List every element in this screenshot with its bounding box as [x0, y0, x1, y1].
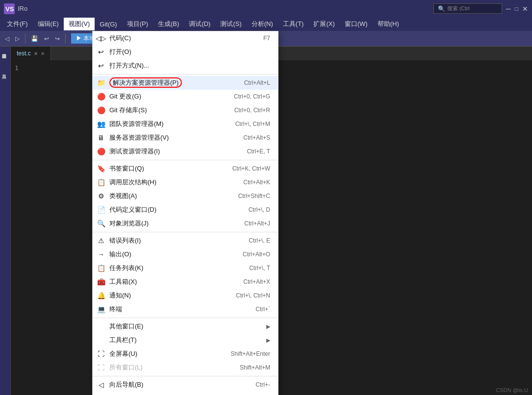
- toolbar-sep-1: [25, 34, 25, 44]
- window-maximize[interactable]: □: [515, 5, 518, 12]
- menu-item-label-2-4: 对象浏览器(J): [109, 219, 240, 228]
- dropdown-item-4-1[interactable]: 工具栏(T)▶: [93, 333, 278, 347]
- menu-item-shortcut-1-4: Ctrl+Alt+S: [243, 134, 270, 141]
- dropdown-item-1-4[interactable]: 🖥服务器资源管理器(V)Ctrl+Alt+S: [93, 131, 278, 145]
- dropdown-item-0-0[interactable]: ◁▷代码(C)F7: [93, 31, 278, 45]
- menu-item-label-0-2: 打开方式(N)...: [109, 61, 270, 70]
- toolbar-btn-redo[interactable]: ↪: [53, 34, 62, 43]
- menu-item-label-1-3: 团队资源管理器(M): [109, 120, 231, 128]
- menu-item-编辑E[interactable]: 编辑(E): [33, 18, 64, 30]
- toolbar-sep-2: [65, 34, 66, 44]
- dropdown-item-3-2[interactable]: 📋任务列表(K)Ctrl+\, T: [93, 261, 278, 275]
- menu-item-icon-3-4: 🔔: [97, 291, 105, 300]
- menu-item-icon-1-2: 🔴: [97, 106, 105, 115]
- menu-item-生成B[interactable]: 生成(B): [153, 18, 184, 30]
- dropdown-item-3-4[interactable]: 🔔通知(N)Ctrl+\, Ctrl+N: [93, 289, 278, 302]
- menu-item-icon-2-4: 🔍: [97, 219, 105, 228]
- tab-pin[interactable]: ✕: [41, 51, 45, 56]
- dropdown-item-2-0[interactable]: 🔖书签窗口(Q)Ctrl+K, Ctrl+W: [93, 162, 278, 175]
- menu-item-帮助H[interactable]: 帮助(H): [373, 18, 404, 30]
- menu-item-视图V[interactable]: 视图(V): [64, 18, 95, 30]
- menu-item-label-3-0: 错误列表(I): [109, 236, 245, 245]
- window-close[interactable]: ✕: [522, 5, 528, 13]
- dropdown-item-1-2[interactable]: 🔴Git 存储库(S)Ctrl+0, Ctrl+R: [93, 103, 278, 117]
- menu-item-shortcut-3-1: Ctrl+Alt+O: [243, 251, 270, 258]
- tab-icon: ✕: [34, 51, 38, 56]
- menu-item-arrow-4-0: ▶: [266, 323, 270, 330]
- dropdown-sep-5: [93, 376, 278, 376]
- dropdown-item-0-2[interactable]: ↩打开方式(N)...: [93, 59, 278, 73]
- menu-item-label-1-1: Git 更改(G): [109, 92, 230, 101]
- dropdown-item-4-2[interactable]: ⛶全屏幕(U)Shift+Alt+Enter: [93, 347, 278, 361]
- dropdown-item-1-1[interactable]: 🔴Git 更改(G)Ctrl+0, Ctrl+G: [93, 90, 278, 103]
- svg-text:VS: VS: [5, 5, 14, 13]
- toolbar-btn-back[interactable]: ◁: [3, 34, 11, 43]
- menu-item-icon-1-0: 📁: [97, 78, 105, 87]
- dropdown-item-5-1[interactable]: ▷向前导航(E)Ctrl+Shift+-: [93, 392, 278, 395]
- menu-item-shortcut-1-1: Ctrl+0, Ctrl+G: [234, 93, 270, 100]
- menu-item-icon-3-5: 💻: [97, 305, 105, 314]
- editor-tab[interactable]: test.c ✕ ✕: [11, 47, 51, 60]
- dropdown-item-1-3[interactable]: 👥团队资源管理器(M)Ctrl+\, Ctrl+M: [93, 117, 278, 131]
- menu-item-shortcut-2-3: Ctrl+\, D: [249, 206, 270, 213]
- menu-item-label-3-4: 通知(N): [109, 291, 232, 300]
- search-box[interactable]: 🔍 搜索 (Ctrl: [433, 3, 502, 14]
- dropdown-item-3-3[interactable]: 🧰工具箱(X)Ctrl+Alt+X: [93, 275, 278, 289]
- menu-item-工具T[interactable]: 工具(T): [278, 18, 309, 30]
- menu-item-扩展X[interactable]: 扩展(X): [308, 18, 339, 30]
- dropdown-item-3-0[interactable]: ⚠错误列表(I)Ctrl+\, E: [93, 234, 278, 247]
- menu-item-调试D[interactable]: 调试(D): [184, 18, 215, 30]
- menu-item-label-4-2: 全屏幕(U): [109, 349, 227, 358]
- menu-item-shortcut-3-5: Ctrl+`: [255, 306, 270, 313]
- menu-item-icon-4-1: [97, 336, 105, 345]
- menu-item-文件F[interactable]: 文件(F): [2, 18, 33, 30]
- menu-item-icon-4-2: ⛶: [97, 349, 105, 358]
- sidebar-icon-server[interactable]: 服务器资源管理器: [1, 50, 10, 59]
- menu-item-label-3-1: 输出(O): [109, 250, 239, 259]
- dropdown-item-0-1[interactable]: ↩打开(O): [93, 45, 278, 59]
- menu-item-shortcut-5-0: Ctrl+-: [255, 381, 270, 388]
- dropdown-item-4-3: ⛶所有窗口(L)Shift+Alt+M: [93, 361, 278, 374]
- menu-item-icon-0-2: ↩: [97, 61, 105, 70]
- menu-item-icon-4-3: ⛶: [97, 363, 105, 372]
- title-bar: VS IRo 🔍 搜索 (Ctrl ─ □ ✕: [0, 0, 532, 17]
- menu-item-label-4-3: 所有窗口(L): [109, 363, 236, 372]
- dropdown-item-3-5[interactable]: 💻终端Ctrl+`: [93, 302, 278, 316]
- menu-item-测试S[interactable]: 测试(S): [215, 18, 246, 30]
- dropdown-item-2-2[interactable]: ⚙类视图(A)Ctrl+Shift+C: [93, 189, 278, 203]
- dropdown-item-1-0[interactable]: 📁解决方案资源管理器(P)Ctrl+Alt+L: [93, 76, 278, 90]
- dropdown-item-2-4[interactable]: 🔍对象浏览器(J)Ctrl+Alt+J: [93, 217, 278, 230]
- menu-item-icon-5-0: ◁: [97, 380, 105, 389]
- menu-item-项目P[interactable]: 项目(P): [122, 18, 153, 30]
- dropdown-item-3-1[interactable]: →输出(O)Ctrl+Alt+O: [93, 247, 278, 261]
- menu-item-icon-3-3: 🧰: [97, 277, 105, 286]
- menu-item-GitG[interactable]: Git(G): [95, 19, 122, 30]
- menu-item-窗口W[interactable]: 窗口(W): [340, 18, 373, 30]
- menu-item-label-2-0: 书签窗口(Q): [109, 164, 228, 173]
- menu-item-shortcut-0-0: F7: [263, 35, 270, 42]
- toolbar-btn-forward[interactable]: ▷: [13, 34, 22, 43]
- menu-item-arrow-4-1: ▶: [266, 337, 270, 344]
- title-bar-text: IRo: [18, 5, 27, 12]
- window-minimize[interactable]: ─: [506, 5, 511, 13]
- menu-item-shortcut-3-2: Ctrl+\, T: [249, 265, 270, 272]
- dropdown-item-1-5[interactable]: 🔴测试资源管理器(I)Ctrl+E, T: [93, 145, 278, 158]
- menu-item-label-2-1: 调用层次结构(H): [109, 178, 239, 187]
- menu-item-icon-3-0: ⚠: [97, 236, 105, 245]
- dropdown-item-5-0[interactable]: ◁向后导航(B)Ctrl+-: [93, 378, 278, 392]
- menu-item-label-1-0: 解决方案资源管理器(P): [109, 78, 240, 87]
- menu-item-shortcut-1-0: Ctrl+Alt+L: [244, 79, 270, 86]
- dropdown-sep-3: [93, 232, 278, 232]
- menu-item-icon-1-4: 🖥: [97, 133, 105, 142]
- sidebar-icon-toolbox[interactable]: 工具箱: [1, 71, 10, 80]
- dropdown-item-2-3[interactable]: 📄代码定义窗口(D)Ctrl+\, D: [93, 203, 278, 217]
- menu-items: 文件(F)编辑(E)视图(V)Git(G)项目(P)生成(B)调试(D)测试(S…: [2, 18, 404, 30]
- toolbar-btn-undo[interactable]: ↩: [42, 34, 51, 43]
- watermark: CSDN @to.U: [496, 387, 528, 393]
- menu-item-icon-1-5: 🔴: [97, 147, 105, 156]
- dropdown-item-2-1[interactable]: 📋调用层次结构(H)Ctrl+Alt+K: [93, 175, 278, 189]
- menu-item-icon-2-2: ⚙: [97, 192, 105, 200]
- dropdown-item-4-0[interactable]: 其他窗口(E)▶: [93, 320, 278, 333]
- toolbar-btn-save[interactable]: 💾: [29, 34, 40, 43]
- menu-item-分析N[interactable]: 分析(N): [247, 18, 278, 30]
